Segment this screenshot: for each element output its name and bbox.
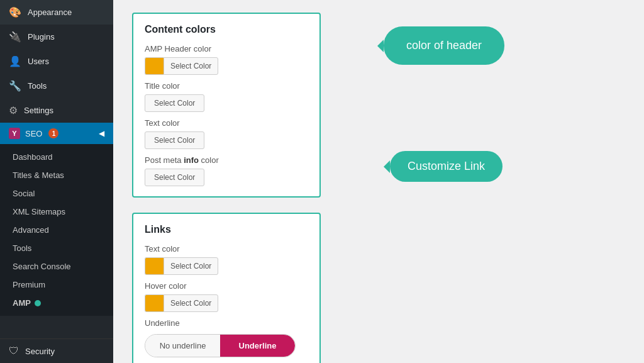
tools-icon: 🔧 — [9, 80, 21, 92]
users-icon: 👤 — [9, 55, 21, 67]
hover-swatch[interactable] — [145, 294, 164, 312]
hover-color-label: Hover color — [145, 281, 308, 291]
settings-icon: ⚙ — [9, 104, 18, 116]
amp-header-color-row: Select Color — [145, 57, 308, 75]
security-icon: 🛡 — [9, 345, 19, 357]
no-underline-btn[interactable]: No underline — [145, 335, 220, 357]
amp-header-select-color-btn[interactable]: Select Color — [164, 57, 218, 75]
title-select-color-btn[interactable]: Select Color — [145, 94, 204, 112]
seo-menu-header[interactable]: Y SEO 1 ◀ — [0, 123, 113, 144]
plugins-icon: 🔌 — [9, 31, 21, 43]
links-title: Links — [145, 224, 308, 235]
sidebar-item-tools-seo[interactable]: Tools — [0, 239, 113, 257]
links-text-swatch[interactable] — [145, 257, 164, 275]
sidebar-item-social[interactable]: Social — [0, 184, 113, 203]
links-text-color-label: Text color — [145, 244, 308, 254]
sidebar-item-dashboard[interactable]: Dashboard — [0, 148, 113, 166]
sidebar-bottom: 🛡 Security — [0, 338, 113, 363]
amp-active-dot — [35, 300, 41, 306]
sidebar-item-titles-metas[interactable]: Titles & Metas — [0, 166, 113, 184]
amp-header-color-label: AMP Header color — [145, 44, 308, 53]
seo-badge: 1 — [48, 128, 58, 138]
main-content: color of header Customize Link Content c… — [113, 0, 644, 363]
text-select-color-btn[interactable]: Select Color — [145, 131, 204, 149]
text-color-row: Select Color — [145, 131, 308, 149]
underline-label: Underline — [145, 318, 308, 328]
links-text-select-color-btn[interactable]: Select Color — [164, 257, 218, 275]
sidebar-item-premium[interactable]: Premium — [0, 276, 113, 294]
post-meta-select-color-btn[interactable]: Select Color — [145, 169, 204, 186]
sidebar-item-search-console[interactable]: Search Console — [0, 257, 113, 276]
links-text-color-row: Select Color — [145, 257, 308, 275]
sidebar-item-tools[interactable]: 🔧 Tools — [0, 74, 113, 98]
seo-collapse-icon: ◀ — [99, 129, 104, 138]
hover-select-color-btn[interactable]: Select Color — [164, 294, 218, 312]
content-colors-card: Content colors AMP Header color Select C… — [132, 13, 321, 198]
sidebar-item-settings[interactable]: ⚙ Settings — [0, 98, 113, 123]
sidebar-item-users[interactable]: 👤 Users — [0, 49, 113, 74]
hover-color-row: Select Color — [145, 294, 308, 312]
yoast-icon: Y — [9, 128, 20, 139]
title-color-label: Title color — [145, 81, 308, 91]
appearance-icon: 🎨 — [9, 6, 21, 18]
tooltip-link: Customize Link — [390, 151, 502, 182]
content-colors-title: Content colors — [145, 24, 308, 35]
links-card: Links Text color Select Color Hover colo… — [132, 213, 321, 363]
text-color-label: Text color — [145, 118, 308, 128]
amp-header-swatch[interactable] — [145, 57, 164, 75]
post-meta-color-row: Select Color — [145, 169, 308, 186]
post-meta-color-label: Post meta info color — [145, 155, 308, 165]
tooltip-header: color of header — [384, 26, 504, 65]
seo-submenu: Dashboard Titles & Metas Social XML Site… — [0, 144, 113, 316]
sidebar-item-plugins[interactable]: 🔌 Plugins — [0, 25, 113, 49]
sidebar-item-security[interactable]: 🛡 Security — [0, 339, 113, 363]
sidebar-item-xml-sitemaps[interactable]: XML Sitemaps — [0, 203, 113, 221]
title-color-row: Select Color — [145, 94, 308, 112]
sidebar-item-amp[interactable]: AMP — [0, 294, 113, 312]
underline-btn[interactable]: Underline — [220, 335, 295, 357]
sidebar-item-advanced[interactable]: Advanced — [0, 221, 113, 239]
sidebar: 🎨 Appearance 🔌 Plugins 👤 Users 🔧 Tools ⚙… — [0, 0, 113, 363]
sidebar-item-appearance[interactable]: 🎨 Appearance — [0, 0, 113, 25]
underline-toggle: No underline Underline — [145, 334, 296, 357]
